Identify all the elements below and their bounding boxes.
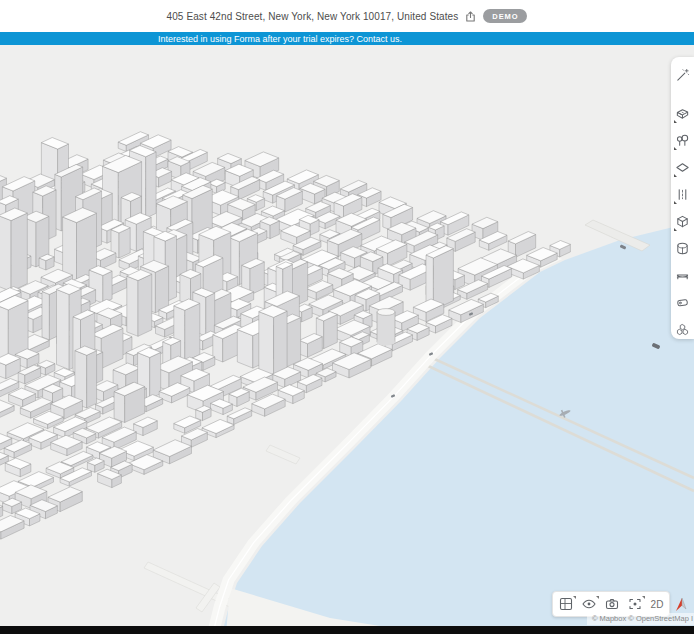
eye-icon	[581, 596, 597, 612]
contact-us-link[interactable]: Contact us.	[357, 34, 403, 44]
submenu-corner-icon	[596, 596, 599, 599]
submenu-corner-icon	[674, 120, 677, 123]
trial-banner: Interested in using Forma after your tri…	[0, 32, 694, 45]
share-icon	[465, 11, 476, 22]
share-button[interactable]	[465, 11, 476, 22]
camera-icon	[604, 596, 620, 612]
forma-app-window: 405 East 42nd Street, New York, New York…	[0, 0, 694, 634]
surface-icon	[675, 160, 690, 175]
tool-assets-button[interactable]	[672, 316, 694, 343]
vegetation-icon	[675, 133, 690, 148]
submenu-corner-icon	[674, 201, 677, 204]
grid-view-icon	[558, 596, 574, 612]
tool-prism-button[interactable]	[672, 235, 694, 262]
zoom-extents-button[interactable]	[625, 594, 645, 614]
grid-view-button[interactable]	[556, 594, 576, 614]
tool-magic-wand-button[interactable]	[672, 62, 694, 89]
compass-control[interactable]	[671, 595, 691, 615]
project-address: 405 East 42nd Street, New York, New York…	[167, 11, 459, 22]
tool-tag-button[interactable]	[672, 289, 694, 316]
2d-toggle-button[interactable]: 2D	[648, 594, 666, 614]
map-attribution[interactable]: © Mapbox © OpenStreetMap I	[587, 613, 694, 625]
trial-banner-message: Interested in using Forma after your tri…	[158, 34, 354, 44]
submenu-corner-icon	[674, 147, 677, 150]
header-bar: 405 East 42nd Street, New York, New York…	[0, 0, 694, 32]
map-3d-viewport[interactable]: 2D © Mapbox © OpenStreetMap I	[0, 45, 694, 626]
tool-road-button[interactable]	[672, 181, 694, 208]
submenu-corner-icon	[674, 228, 677, 231]
demo-badge: DEMO	[483, 9, 527, 23]
camera-button[interactable]	[602, 594, 622, 614]
tool-building-button[interactable]	[672, 100, 694, 127]
submenu-corner-icon	[642, 596, 645, 599]
submenu-corner-icon	[573, 596, 576, 599]
cube-icon	[675, 214, 690, 229]
city-3d-scene	[0, 45, 694, 626]
road-icon	[675, 187, 690, 202]
assets-icon	[675, 322, 690, 337]
tool-vegetation-button[interactable]	[672, 127, 694, 154]
zoom-extents-icon	[627, 596, 643, 612]
submenu-corner-icon	[674, 174, 677, 177]
bottom-black-bar	[0, 626, 694, 634]
tool-surface-button[interactable]	[672, 154, 694, 181]
tools-sidebar	[671, 57, 694, 339]
prism-icon	[675, 241, 690, 256]
tool-section-button[interactable]	[672, 262, 694, 289]
tool-cube-button[interactable]	[672, 208, 694, 235]
building-icon	[675, 106, 690, 121]
magic-wand-icon	[675, 68, 690, 83]
tag-icon	[675, 295, 690, 310]
section-icon	[675, 268, 690, 283]
compass-needle-icon	[671, 595, 691, 615]
visibility-button[interactable]	[579, 594, 599, 614]
